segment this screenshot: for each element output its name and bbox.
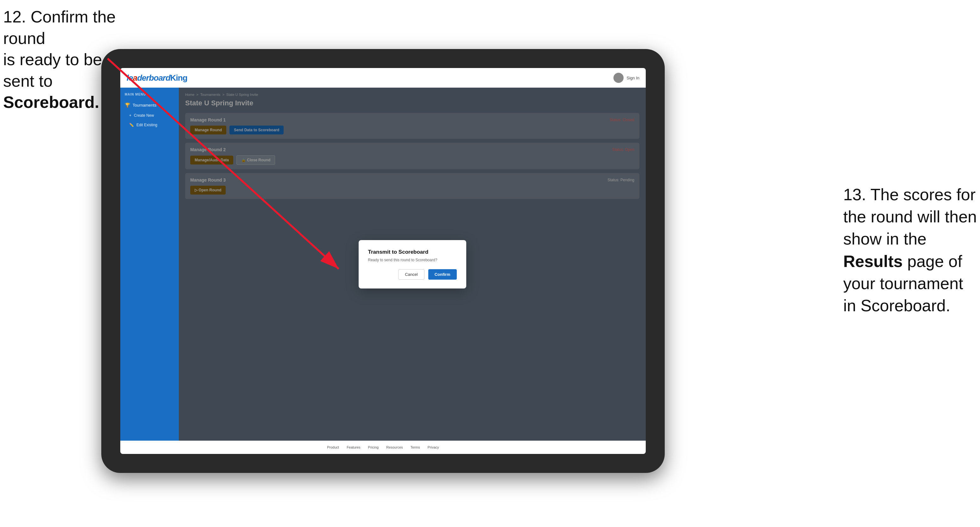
modal-confirm-button[interactable]: Confirm: [428, 269, 457, 279]
logo: leaderboardKing: [127, 73, 188, 83]
footer-link-product[interactable]: Product: [327, 445, 339, 449]
create-new-label: Create New: [134, 113, 154, 117]
plus-icon: +: [129, 113, 131, 117]
sidebar: MAIN MENU 🏆 Tournaments + Create New ✏️ …: [120, 87, 179, 441]
footer-link-privacy[interactable]: Privacy: [428, 445, 439, 449]
footer: Product Features Pricing Resources Terms…: [120, 441, 646, 454]
nav-right: Sign In: [613, 73, 640, 83]
sidebar-item-create-new[interactable]: + Create New: [120, 111, 179, 120]
edit-existing-label: Edit Existing: [137, 123, 158, 127]
footer-link-terms[interactable]: Terms: [410, 445, 420, 449]
main-menu-label: MAIN MENU: [120, 93, 179, 99]
sidebar-item-edit-existing[interactable]: ✏️ Edit Existing: [120, 120, 179, 130]
annotation-bold: Scoreboard.: [3, 93, 99, 111]
footer-link-resources[interactable]: Resources: [386, 445, 403, 449]
content-area: Home > Tournaments > State U Spring Invi…: [179, 87, 646, 441]
sidebar-item-tournaments[interactable]: 🏆 Tournaments: [120, 99, 179, 111]
main-layout: MAIN MENU 🏆 Tournaments + Create New ✏️ …: [120, 87, 646, 441]
tablet-device: leaderboardKing Sign In MAIN MENU 🏆 Tour…: [101, 49, 665, 473]
transmit-modal: Transmit to Scoreboard Ready to send thi…: [359, 240, 466, 289]
modal-cancel-button[interactable]: Cancel: [398, 269, 424, 279]
annotation-line1: 12. Confirm the round: [3, 8, 116, 48]
avatar: [613, 73, 624, 83]
sidebar-tournaments-label: Tournaments: [133, 103, 156, 108]
modal-title: Transmit to Scoreboard: [368, 249, 457, 255]
annotation-right-bold: Results: [843, 252, 903, 270]
footer-link-pricing[interactable]: Pricing: [368, 445, 379, 449]
edit-icon: ✏️: [129, 123, 134, 127]
annotation-line2: is ready to be sent to: [3, 50, 102, 90]
footer-link-features[interactable]: Features: [347, 445, 360, 449]
top-navbar: leaderboardKing Sign In: [120, 68, 646, 87]
sign-in-button[interactable]: Sign In: [627, 76, 640, 80]
modal-subtitle: Ready to send this round to Scoreboard?: [368, 258, 457, 262]
trophy-icon: 🏆: [125, 103, 130, 108]
annotation-right-text: 13. The scores for the round will then s…: [843, 186, 977, 315]
tablet-screen: leaderboardKing Sign In MAIN MENU 🏆 Tour…: [120, 68, 646, 454]
modal-overlay: Transmit to Scoreboard Ready to send thi…: [179, 87, 646, 441]
modal-actions: Cancel Confirm: [368, 269, 457, 279]
annotation-right: 13. The scores for the round will then s…: [843, 184, 977, 317]
logo-area: leaderboardKing: [127, 73, 188, 83]
